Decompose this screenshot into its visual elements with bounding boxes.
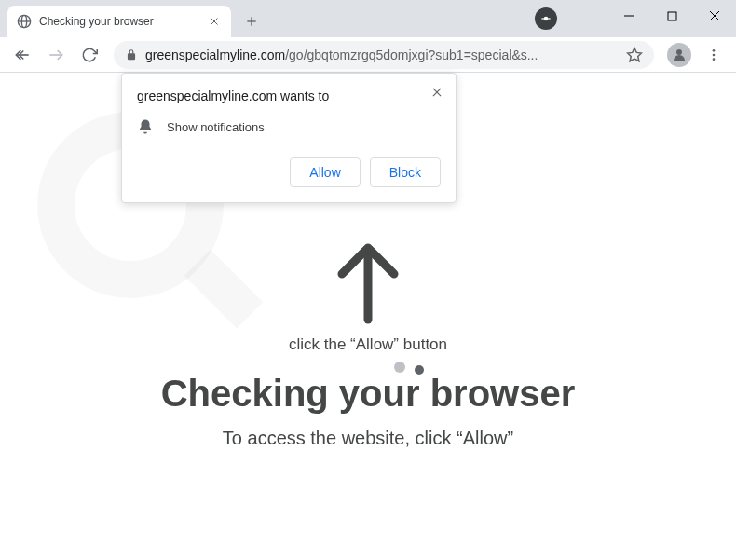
popup-title: greenspecialmyline.com wants to: [137, 89, 441, 103]
page-subheading: To access the website, click “Allow”: [223, 428, 513, 449]
url-path: /go/gbqtomzrgq5domjxgi?sub1=special&s...: [285, 48, 538, 62]
maximize-button[interactable]: [650, 0, 693, 32]
svg-point-18: [713, 53, 716, 56]
browser-toolbar: greenspecialmyline.com/go/gbqtomzrgq5dom…: [0, 37, 736, 73]
window-controls: [607, 0, 736, 32]
browser-menu-button[interactable]: [699, 40, 729, 70]
browser-tab[interactable]: Checking your browser: [7, 6, 231, 37]
popup-close-button[interactable]: [426, 81, 448, 103]
url-text: greenspecialmyline.com/go/gbqtomzrgq5dom…: [145, 48, 626, 62]
close-window-button[interactable]: [693, 0, 736, 32]
svg-marker-15: [628, 48, 642, 61]
svg-rect-9: [668, 12, 676, 20]
tab-close-button[interactable]: [207, 14, 222, 29]
loading-dots: [394, 362, 424, 375]
new-tab-button[interactable]: [239, 8, 265, 34]
browser-titlebar: Checking your browser: [0, 0, 736, 37]
permission-row: Show notifications: [137, 118, 441, 135]
hint-text: click the “Allow” button: [289, 335, 447, 354]
address-bar[interactable]: greenspecialmyline.com/go/gbqtomzrgq5dom…: [114, 41, 654, 69]
up-arrow-icon: [331, 240, 405, 324]
svg-point-17: [713, 49, 716, 52]
bell-icon: [137, 118, 154, 135]
profile-avatar[interactable]: [667, 43, 691, 67]
back-button[interactable]: [7, 40, 37, 70]
svg-point-19: [713, 58, 716, 61]
url-domain: greenspecialmyline.com: [145, 48, 285, 62]
forward-button[interactable]: [41, 40, 71, 70]
profile-badge-icon[interactable]: [535, 7, 557, 30]
popup-buttons: Allow Block: [137, 157, 441, 187]
page-heading: Checking your browser: [161, 373, 576, 415]
dot: [415, 365, 424, 375]
allow-button[interactable]: Allow: [290, 157, 360, 187]
svg-point-16: [676, 49, 682, 55]
notification-permission-popup: greenspecialmyline.com wants to Show not…: [121, 73, 457, 203]
permission-label: Show notifications: [167, 120, 265, 134]
bookmark-star-icon[interactable]: [626, 47, 643, 63]
reload-button[interactable]: [75, 40, 104, 70]
globe-icon: [17, 14, 32, 29]
lock-icon: [125, 48, 138, 61]
minimize-button[interactable]: [607, 0, 650, 32]
tab-title: Checking your browser: [39, 15, 207, 28]
dot: [394, 362, 405, 373]
block-button[interactable]: Block: [370, 157, 441, 187]
